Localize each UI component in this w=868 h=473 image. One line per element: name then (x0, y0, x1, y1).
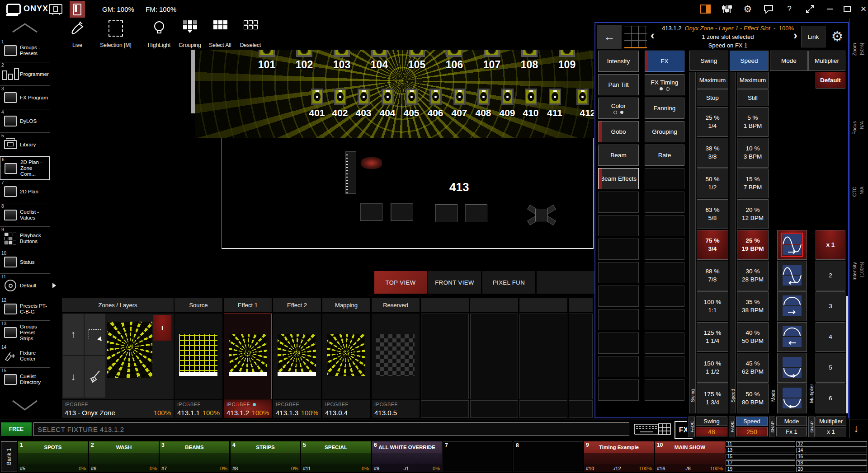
layer-down-button[interactable]: ↓ (63, 356, 84, 398)
swing-fader-track[interactable] (689, 72, 696, 413)
plan-lower-section[interactable]: 413 (222, 138, 594, 249)
zone-thumbnail[interactable] (107, 322, 152, 378)
sidebar-item-2d-plan-zone[interactable]: 6 2D Plan - Zone Com... (0, 156, 50, 180)
param-fx-timing-button[interactable]: FX Timing (645, 74, 684, 95)
playback-timing-example[interactable]: 9Timing Example #10-/12100% (584, 441, 654, 472)
playback-slot[interactable]: 12 (796, 441, 867, 447)
maximize-button[interactable] (840, 2, 854, 16)
effect1-footer-selected[interactable]: IPCGBEF 413.1.2100% (224, 400, 272, 418)
playback-slot[interactable]: 17 (726, 460, 795, 466)
source-footer[interactable]: IPCGBEF 413.1.1100% (175, 400, 222, 418)
keyboard-icon[interactable] (634, 424, 659, 436)
fixture-icon[interactable] (429, 89, 442, 105)
playback-slot[interactable]: 13 (726, 448, 795, 453)
sidebar-scroll-down[interactable] (9, 398, 41, 413)
col-header-empty[interactable] (569, 298, 593, 312)
sidebar-item-groups-presets[interactable]: 1 Groups - Presets (0, 39, 50, 62)
sidebar-item-groups-preset-strips[interactable]: 13 Groups Preset Strips (0, 321, 50, 344)
speed-footer-value[interactable]: 250 (736, 427, 768, 436)
fixture-icon[interactable] (576, 89, 589, 105)
grand-master-value[interactable]: GM: 100% (102, 5, 134, 13)
empty-cell[interactable] (519, 314, 567, 399)
col-header-source[interactable]: Source (175, 298, 222, 312)
fixture-icon[interactable] (259, 50, 275, 57)
speed-still[interactable]: Still (737, 89, 769, 106)
sidebar-item-fixture-center[interactable]: 14 Fixture Center (0, 344, 50, 368)
empty-cell[interactable] (421, 314, 469, 399)
sidebar-item-programmer[interactable]: 2 Programmer (0, 62, 50, 86)
multiplier-value[interactable]: 5 (816, 353, 845, 383)
fixture-icon[interactable] (453, 89, 466, 105)
col-header-empty[interactable] (470, 298, 518, 312)
tab-pixel-fun[interactable]: PIXEL FUN (482, 271, 535, 294)
fullscreen-icon[interactable] (803, 2, 817, 16)
multiplier-default[interactable]: Default (816, 72, 845, 89)
param-intensity-button[interactable]: Intensity (598, 51, 639, 72)
mode-footer-value[interactable]: Fx 1 (776, 427, 807, 436)
speed-value[interactable]: 10 %3 BPM (737, 138, 769, 168)
multiplier-footer-name[interactable]: Multiplier (816, 417, 846, 426)
speed-maximum[interactable]: Maximum (737, 72, 769, 89)
effect2-cell[interactable] (273, 314, 321, 399)
multiplier-value[interactable]: 6 (816, 384, 845, 413)
col-header-reserved[interactable]: Reserved (372, 298, 420, 312)
sidebar-item-playback-buttons[interactable]: 9 Playback Buttons (0, 227, 50, 250)
playback-spots[interactable]: 1SPOTS #50% (18, 441, 88, 472)
sidebar-item-fx-program[interactable]: 3 FX Program (0, 86, 50, 109)
minimize-button[interactable] (823, 2, 837, 16)
mode-sine-right-selected[interactable] (777, 230, 807, 260)
mapping-footer[interactable]: IPCGBEF 413.0.4 (322, 400, 370, 418)
sidebar-item-status[interactable]: 10 Status (0, 250, 50, 274)
multiplier-value[interactable]: 3 (816, 291, 845, 321)
playback-slot[interactable]: 11 (726, 441, 795, 447)
col-header-effect1[interactable]: Effect 1 (224, 298, 272, 312)
col-header-zones-layers[interactable]: Zones / Layers (62, 298, 174, 312)
chat-icon[interactable] (761, 2, 776, 16)
next-slot-chevron[interactable]: › (793, 28, 797, 42)
playback-slot[interactable]: 18 (796, 460, 867, 466)
truss-piano-fixture[interactable] (345, 151, 356, 194)
mode-sine-left[interactable] (777, 261, 807, 290)
select-all-button[interactable]: Select All (205, 20, 235, 48)
encoder-intensity[interactable]: Intensity (852, 262, 857, 281)
speed-value[interactable]: 20 %12 BPM (737, 199, 769, 229)
playback-main-show[interactable]: 10MAIN SHOW #16-/8100% (655, 441, 725, 472)
speed-fader-track[interactable] (730, 72, 736, 413)
help-icon[interactable]: ? (782, 2, 797, 16)
param-fanning-button[interactable]: Fanning (645, 98, 684, 119)
playback-empty-7[interactable]: 7 (443, 441, 512, 472)
playback-special[interactable]: 5SPECIAL #110% (301, 441, 371, 472)
panel-toggle-button[interactable] (70, 1, 85, 18)
swing-value-selected[interactable]: 75 %3/4 (697, 230, 728, 260)
clear-zone-button[interactable] (85, 356, 105, 398)
speed-value[interactable]: 5 %1 BPM (737, 107, 769, 137)
param-pan-tilt-button[interactable]: Pan Tilt (598, 74, 639, 95)
playback-strips[interactable]: 4STRIPS #80% (231, 441, 300, 472)
grid-view-button[interactable] (624, 26, 647, 48)
speed-value[interactable]: 50 %80 BPM (737, 384, 769, 413)
fixture-icon[interactable] (409, 50, 425, 57)
command-line-input[interactable] (33, 422, 629, 436)
speed-column-header[interactable]: Speed (730, 51, 769, 71)
moving-head-fixture[interactable] (361, 157, 382, 169)
fixture-icon[interactable] (525, 89, 537, 105)
playback-slot[interactable]: 20 (796, 467, 867, 472)
param-fx-button[interactable]: FX (645, 51, 684, 72)
fixture-icon[interactable] (358, 89, 370, 105)
speaker-box[interactable] (435, 204, 458, 222)
fixture-icon[interactable] (334, 89, 346, 105)
sidebar-item-default[interactable]: 11 Default (0, 274, 50, 297)
patch-icon[interactable] (720, 2, 734, 16)
param-rate-button[interactable]: Rate (645, 145, 684, 166)
fixture-icon[interactable] (559, 50, 575, 57)
fixture-icon[interactable] (311, 89, 323, 105)
mode-half-down-right[interactable] (777, 353, 807, 383)
swing-value[interactable]: 100 %1:1 (697, 291, 728, 321)
effect2-footer[interactable]: IPCGBEF 413.1.3100% (273, 400, 321, 418)
fixture-icon[interactable] (446, 50, 462, 57)
link-button[interactable]: Link (801, 26, 826, 47)
mode-footer-name[interactable]: Mode (776, 417, 807, 426)
speaker-box[interactable] (465, 204, 487, 222)
sidebar-item-cuelist-values[interactable]: 8 Cuelist - Values (0, 203, 50, 227)
encoder-focus[interactable]: Focus (852, 121, 857, 135)
